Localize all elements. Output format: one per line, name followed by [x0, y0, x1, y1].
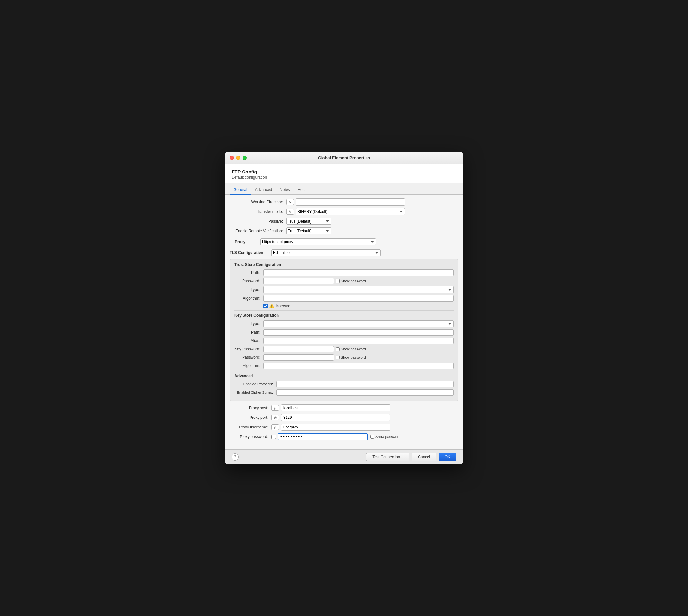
- section-divider: [235, 310, 453, 311]
- fx-icon-transfer-mode[interactable]: fx: [286, 209, 294, 215]
- trust-algorithm-label: Algorithm:: [235, 296, 263, 301]
- tab-general[interactable]: General: [230, 185, 251, 195]
- trust-algorithm-input[interactable]: [263, 295, 453, 302]
- proxy-select[interactable]: Https tunnel proxy None: [261, 238, 376, 245]
- trust-store-title: Trust Store Configuration: [235, 262, 453, 267]
- fx-icon-working-dir[interactable]: fx: [286, 199, 294, 205]
- trust-type-row: Type:: [235, 286, 453, 293]
- tab-help[interactable]: Help: [293, 185, 309, 195]
- key-store-password-row: Password: Show password: [235, 354, 453, 361]
- key-store-password-input[interactable]: [263, 354, 334, 361]
- key-path-label: Path:: [235, 330, 263, 335]
- trust-password-label: Password:: [235, 279, 263, 283]
- key-store-password-label: Password:: [235, 355, 263, 360]
- enabled-protocols-row: Enabled Protocols:: [235, 381, 453, 387]
- working-directory-input[interactable]: [296, 198, 405, 205]
- config-subtitle: Default configuration: [231, 175, 457, 179]
- transfer-mode-select[interactable]: BINARY (Default) ASCII: [296, 208, 405, 215]
- proxy-username-label: Proxy username:: [230, 425, 271, 430]
- proxy-password-fx-checkbox[interactable]: [271, 435, 276, 439]
- working-directory-label: Working Directory:: [235, 200, 286, 204]
- enabled-cipher-input[interactable]: [276, 389, 453, 396]
- key-algorithm-label: Algorithm:: [235, 364, 263, 368]
- key-alias-label: Alias:: [235, 338, 263, 343]
- key-alias-input[interactable]: [263, 337, 453, 344]
- key-password-row: Key Password: Show password: [235, 346, 453, 352]
- tls-config-select[interactable]: Edit inline Reference: [271, 249, 381, 256]
- fx-icon-proxy-port[interactable]: fx: [271, 415, 279, 420]
- minimize-button[interactable]: [236, 156, 240, 160]
- passive-label: Passive:: [235, 219, 286, 223]
- traffic-lights: [230, 156, 247, 160]
- maximize-button[interactable]: [243, 156, 247, 160]
- main-window: Global Element Properties FTP Config Def…: [225, 152, 463, 464]
- tls-config-label: TLS Configuration: [230, 250, 271, 255]
- tls-nested-section: Trust Store Configuration Path: Password…: [230, 259, 458, 401]
- key-path-input[interactable]: [263, 329, 453, 336]
- test-connection-button[interactable]: Test Connection...: [366, 453, 409, 461]
- fx-icon-proxy-host[interactable]: fx: [271, 405, 279, 411]
- key-password-input[interactable]: [263, 346, 334, 352]
- insecure-row: ⚠️ Insecure: [235, 304, 453, 308]
- button-group: Test Connection... Cancel OK: [366, 453, 457, 461]
- proxy-password-input[interactable]: [278, 433, 368, 440]
- trust-path-label: Path:: [235, 270, 263, 275]
- key-algorithm-row: Algorithm:: [235, 362, 453, 369]
- proxy-port-label: Proxy port:: [230, 415, 271, 420]
- trust-type-label: Type:: [235, 287, 263, 292]
- help-button[interactable]: ?: [231, 454, 239, 461]
- trust-type-select[interactable]: [263, 286, 453, 293]
- key-algorithm-input[interactable]: [263, 362, 453, 369]
- key-type-label: Type:: [235, 322, 263, 326]
- passive-select[interactable]: True (Default) False: [286, 218, 331, 225]
- enabled-cipher-label: Enabled Cipher Suites:: [235, 391, 276, 394]
- insecure-label: Insecure: [275, 304, 290, 308]
- trust-path-row: Path:: [235, 269, 453, 276]
- trust-algorithm-row: Algorithm:: [235, 295, 453, 302]
- key-show-password-checkbox[interactable]: Show password: [336, 347, 366, 351]
- advanced-subsection-title: Advanced: [235, 374, 453, 378]
- trust-show-password-checkbox[interactable]: Show password: [336, 279, 366, 283]
- trust-password-row: Password: Show password: [235, 278, 453, 284]
- trust-password-group: Show password: [263, 278, 453, 284]
- insecure-checkbox[interactable]: [263, 304, 268, 308]
- proxy-host-input[interactable]: [281, 404, 390, 412]
- proxy-password-label: Proxy password:: [230, 435, 271, 439]
- trust-path-input[interactable]: [263, 269, 453, 276]
- enabled-cipher-row: Enabled Cipher Suites:: [235, 389, 453, 396]
- header-section: FTP Config Default configuration: [225, 164, 463, 183]
- enabled-protocols-label: Enabled Protocols:: [235, 382, 276, 386]
- key-path-row: Path:: [235, 329, 453, 336]
- config-title: FTP Config: [231, 169, 457, 174]
- proxy-port-input[interactable]: [281, 414, 390, 421]
- tab-advanced[interactable]: Advanced: [251, 185, 276, 195]
- key-password-label: Key Password:: [235, 347, 263, 351]
- key-alias-row: Alias:: [235, 337, 453, 344]
- key-type-select[interactable]: [263, 320, 453, 327]
- section-divider-2: [235, 371, 453, 371]
- key-store-show-password-checkbox[interactable]: Show password: [336, 355, 366, 359]
- cancel-button[interactable]: Cancel: [412, 453, 436, 461]
- proxy-username-input[interactable]: [281, 424, 390, 431]
- enable-remote-label: Enable Remote Verification:: [235, 229, 286, 233]
- bottom-bar: ? Test Connection... Cancel OK: [225, 449, 463, 464]
- warning-icon: ⚠️: [269, 304, 274, 308]
- tab-notes[interactable]: Notes: [276, 185, 293, 195]
- key-store-title: Key Store Configuration: [235, 313, 453, 317]
- key-password-group: Show password: [263, 346, 453, 352]
- window-title: Global Element Properties: [318, 155, 370, 160]
- key-type-row: Type:: [235, 320, 453, 327]
- tabs-bar: General Advanced Notes Help: [225, 183, 463, 195]
- enabled-protocols-input[interactable]: [276, 381, 453, 387]
- proxy-label: Proxy: [235, 240, 261, 244]
- content-area: Working Directory: fx Transfer mode: fx …: [225, 195, 463, 449]
- proxy-host-label: Proxy host:: [230, 405, 271, 410]
- close-button[interactable]: [230, 156, 234, 160]
- trust-password-input[interactable]: [263, 278, 334, 284]
- key-store-password-group: Show password: [263, 354, 453, 361]
- enable-remote-select[interactable]: True (Default) False: [286, 227, 331, 235]
- fx-icon-proxy-username[interactable]: fx: [271, 424, 279, 430]
- ok-button[interactable]: OK: [439, 453, 457, 461]
- proxy-show-password-label[interactable]: Show password: [370, 435, 401, 439]
- transfer-mode-label: Transfer mode:: [235, 210, 286, 214]
